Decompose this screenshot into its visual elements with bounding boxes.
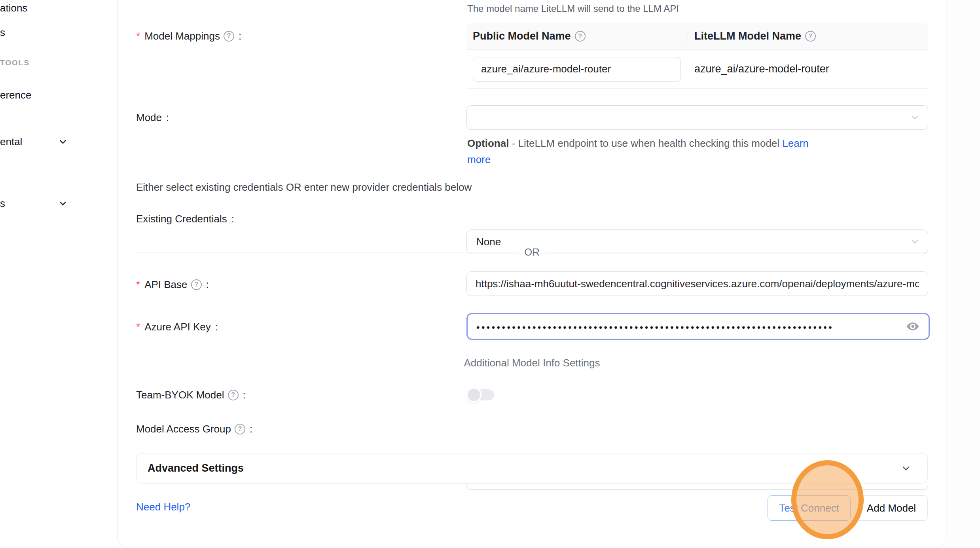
sidebar-section-label: TOOLS (0, 59, 30, 67)
required-asterisk: * (136, 279, 140, 291)
chevron-down-icon (910, 112, 920, 123)
help-question-icon[interactable]: ? (235, 424, 245, 434)
help-question-icon[interactable]: ? (228, 390, 239, 400)
advanced-settings-title: Advanced Settings (148, 462, 900, 474)
need-help-link[interactable]: Need Help? (136, 501, 190, 513)
test-connect-button[interactable]: Test Connect (768, 495, 851, 521)
sidebar-item-models[interactable]: s (0, 25, 5, 40)
api-base-label: * API Base ? : (136, 278, 209, 291)
api-base-input[interactable] (466, 271, 928, 296)
or-divider: OR (136, 246, 928, 258)
credentials-note: Either select existing credentials OR en… (136, 181, 472, 193)
chevron-down-icon (900, 463, 912, 474)
sidebar-item-label: s (0, 197, 5, 210)
litellm-model-name-value: azure_ai/azure-model-router (688, 63, 928, 75)
mode-help-text: Optional - LiteLLM endpoint to use when … (467, 135, 863, 168)
sidebar-item-organizations[interactable]: ations (0, 1, 27, 15)
advanced-settings-panel[interactable]: Advanced Settings (136, 453, 928, 484)
column-header-public-model-name: Public Model Name ? (466, 23, 688, 49)
chevron-down-icon (58, 137, 68, 147)
required-asterisk: * (136, 321, 140, 333)
model-access-group-label: Model Access Group ? : (136, 422, 252, 436)
azure-api-key-input[interactable]: ••••••••••••••••••••••••••••••••••••••••… (466, 313, 930, 340)
mode-label: Mode : (136, 111, 169, 124)
team-byok-toggle[interactable] (467, 389, 494, 400)
sidebar-item-inference[interactable]: erence (0, 88, 32, 102)
sidebar-item-label: ations (0, 2, 27, 14)
required-asterisk: * (136, 30, 140, 42)
mode-select[interactable] (466, 105, 928, 130)
model-mappings-label: * Model Mappings ? : (136, 29, 241, 43)
sidebar-item-label: ental (0, 136, 22, 148)
existing-credentials-label: Existing Credentials : (136, 212, 234, 226)
sidebar-item-settings[interactable]: s (0, 196, 75, 210)
chevron-down-icon (58, 198, 68, 209)
masked-password-value: ••••••••••••••••••••••••••••••••••••••••… (476, 320, 906, 332)
add-model-button[interactable]: Add Model (855, 495, 928, 521)
model-name-help-text: The model name LiteLLM will send to the … (467, 3, 679, 14)
sidebar-item-experimental[interactable]: ental (0, 135, 75, 149)
toggle-knob (466, 387, 482, 403)
column-header-litellm-model-name: LiteLLM Model Name ? (688, 23, 928, 49)
help-question-icon[interactable]: ? (224, 31, 234, 42)
help-question-icon[interactable]: ? (575, 31, 586, 42)
azure-api-key-label: * Azure API Key : (136, 320, 218, 334)
chevron-down-icon (910, 237, 920, 247)
model-mappings-table: Public Model Name ? LiteLLM Model Name ?… (466, 23, 928, 89)
sidebar-section-tools: TOOLS (0, 58, 30, 68)
optional-bold: Optional (467, 137, 509, 149)
table-row: azure_ai/azure-model-router (466, 50, 928, 89)
public-model-name-input[interactable] (473, 57, 681, 82)
additional-settings-divider: Additional Model Info Settings (136, 357, 928, 369)
sidebar-item-label: s (0, 27, 5, 39)
table-header-row: Public Model Name ? LiteLLM Model Name ? (466, 23, 928, 50)
help-question-icon[interactable]: ? (805, 31, 816, 42)
help-question-icon[interactable]: ? (191, 279, 202, 290)
team-byok-label: Team-BYOK Model ? : (136, 388, 246, 402)
eye-icon[interactable] (906, 319, 920, 334)
add-model-page: ations s TOOLS erence ental s The model … (0, 0, 980, 548)
sidebar: ations s TOOLS erence ental s (0, 0, 118, 548)
sidebar-item-label: erence (0, 89, 32, 101)
